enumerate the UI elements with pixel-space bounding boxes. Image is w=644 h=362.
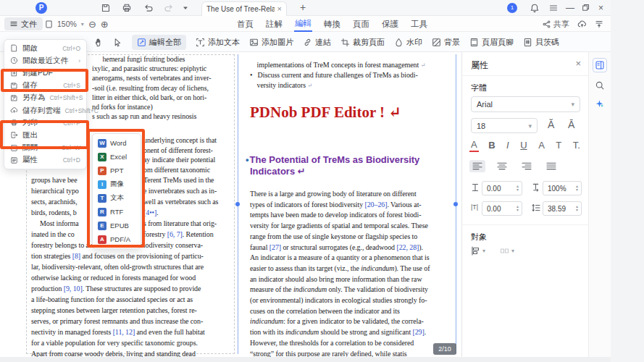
page-view-icon[interactable] bbox=[45, 20, 53, 28]
redo-icon[interactable] bbox=[164, 3, 174, 13]
file-menu-item-創建PDF[interactable]: 創建PDF bbox=[4, 67, 86, 79]
saveas-icon bbox=[10, 94, 18, 102]
export-format-PDF/A[interactable]: APDF/A bbox=[93, 232, 141, 246]
tab-home[interactable]: 首頁 bbox=[236, 17, 254, 31]
export-format-RTF[interactable]: RRTF bbox=[93, 205, 141, 219]
file-menu-item-儲存[interactable]: 儲存Ctrl+S bbox=[4, 80, 86, 92]
font-family-select[interactable]: Arial▾ bbox=[471, 96, 580, 112]
tab-protect[interactable]: 保護 bbox=[381, 17, 399, 31]
file-menu-item-儲存到雲端[interactable]: 儲存到雲端Ctrl+Shift+C bbox=[4, 104, 86, 117]
file-menu-item-列印[interactable]: 列印Ctrl+P bbox=[4, 117, 86, 129]
file-menu-item-屬性[interactable]: 屬性Ctrl+D bbox=[4, 154, 86, 167]
printer-icon bbox=[10, 119, 18, 127]
subscript-button[interactable]: T. bbox=[572, 139, 582, 151]
export-format-Excel[interactable]: XExcel bbox=[93, 150, 141, 164]
save-icon[interactable] bbox=[101, 3, 111, 13]
add-text-button[interactable]: 添加文本 bbox=[196, 37, 240, 48]
object-align-button[interactable]: ▾ bbox=[471, 246, 485, 256]
align-left-button[interactable] bbox=[469, 160, 485, 172]
main-menu-icon[interactable] bbox=[548, 3, 559, 13]
edit-all-button[interactable]: 編輯全部 bbox=[132, 35, 186, 50]
properties-panel-icon[interactable] bbox=[593, 58, 607, 72]
align-right-button[interactable] bbox=[519, 160, 535, 172]
italic-button[interactable]: I bbox=[505, 139, 511, 151]
account-badge[interactable]: 1 bbox=[507, 3, 517, 13]
line-spacing-input[interactable]: 38.59▴▾ bbox=[543, 201, 582, 216]
bates-number-button[interactable]: 貝茨碼 bbox=[523, 37, 559, 48]
tab-tools[interactable]: 工具 bbox=[410, 17, 428, 31]
underline-button[interactable]: U bbox=[519, 139, 528, 151]
header-footer-button[interactable]: 頁眉頁腳 bbox=[469, 37, 514, 48]
print-icon[interactable] bbox=[122, 3, 132, 13]
tab-page[interactable]: 頁面 bbox=[352, 17, 370, 31]
textbox-handle[interactable] bbox=[453, 202, 458, 206]
word-spacing-input[interactable]: 0.00▴▾ bbox=[482, 201, 522, 216]
file-menu-item-另存為[interactable]: 另存為Ctrl+Shift+S bbox=[4, 92, 86, 104]
export-format-圖像[interactable]: I圖像 bbox=[93, 177, 141, 191]
font-size-increase-button[interactable]: Ă bbox=[548, 119, 554, 130]
background-button[interactable]: 背景 bbox=[432, 37, 460, 48]
restore-window-button[interactable] bbox=[582, 4, 592, 14]
highlight-button[interactable]: A bbox=[537, 139, 546, 151]
document-text-line: stepping stones between larger retention… bbox=[31, 306, 197, 314]
tab-annotate[interactable]: 註解 bbox=[265, 17, 283, 31]
notification-bell-icon[interactable] bbox=[530, 3, 540, 13]
align-center-button[interactable] bbox=[494, 160, 510, 172]
close-window-button[interactable]: × bbox=[598, 2, 603, 14]
stepper-arrows[interactable]: ▴▾ bbox=[517, 185, 519, 192]
panel-close-icon[interactable]: × bbox=[575, 58, 581, 69]
bottom-edge bbox=[0, 357, 611, 362]
select-tool-icon[interactable] bbox=[113, 38, 122, 47]
divider bbox=[462, 224, 589, 225]
cloudup-icon bbox=[10, 106, 18, 114]
document-text-line: faunal [27] or structural surrogates (e.… bbox=[250, 243, 423, 251]
font-size-select[interactable]: 18▾ bbox=[471, 118, 538, 133]
tab-edit[interactable]: 編輯 bbox=[294, 17, 312, 32]
font-size-decrease-button[interactable]: Ā bbox=[568, 119, 574, 130]
export-format-文本[interactable]: T文本 bbox=[93, 191, 141, 205]
export-format-Word[interactable]: WWord bbox=[93, 136, 141, 150]
align-justify-button[interactable] bbox=[543, 160, 559, 172]
export-format-EPUB[interactable]: EEPUB bbox=[93, 219, 141, 232]
zoom-caret-icon[interactable]: ▾ bbox=[81, 21, 84, 28]
undo-icon[interactable] bbox=[143, 3, 154, 13]
search-panel-icon[interactable] bbox=[593, 78, 607, 93]
superscript-button[interactable]: T bbox=[554, 139, 563, 151]
document-text-line: versity for large gradients of spatial a… bbox=[250, 222, 428, 230]
bold-button[interactable]: B bbox=[487, 139, 496, 151]
object-distribute-button[interactable]: ▾ bbox=[500, 246, 514, 256]
font-color-button[interactable]: A bbox=[469, 139, 479, 152]
collapse-toolbar-icon[interactable] bbox=[595, 20, 603, 28]
hand-tool-icon[interactable] bbox=[94, 38, 104, 47]
section-heading-line2: Indicators ↵ bbox=[250, 166, 306, 177]
minimize-button[interactable]: — bbox=[566, 2, 574, 14]
file-menu-item-開啟最近文件[interactable]: 開啟最近文件› bbox=[4, 54, 86, 67]
zoom-in-icon[interactable]: ⊕ bbox=[101, 19, 109, 30]
file-menu-item-關閉[interactable]: 關閉Ctrl+W bbox=[4, 142, 86, 154]
zoom-level[interactable]: 150% bbox=[57, 20, 77, 28]
export-format-PPT[interactable]: PPPT bbox=[93, 164, 141, 177]
crop-page-button[interactable]: 裁剪頁面 bbox=[340, 37, 385, 48]
inserted-banner-text[interactable]: PDNob PDF Editor ! ↵ bbox=[250, 103, 401, 122]
new-tab-button[interactable]: + bbox=[300, 1, 306, 13]
stepper-arrows[interactable]: ▴▾ bbox=[576, 205, 578, 212]
watermark-button[interactable]: 水印 bbox=[394, 37, 422, 48]
zoom-out-icon[interactable]: ⊖ bbox=[88, 19, 96, 30]
stepper-arrows[interactable]: ▴▾ bbox=[576, 185, 578, 192]
history-caret-icon[interactable] bbox=[183, 5, 193, 15]
textbox-handle[interactable] bbox=[235, 202, 240, 206]
tab-convert[interactable]: 轉換 bbox=[323, 17, 341, 31]
stepper-arrows[interactable]: ▴▾ bbox=[517, 205, 519, 212]
file-menu-item-匯出[interactable]: 匯出 bbox=[4, 129, 86, 141]
ai-assistant-icon[interactable] bbox=[593, 97, 607, 111]
file-menu-button[interactable]: 文件 bbox=[4, 17, 43, 30]
share-button[interactable]: 共享 bbox=[543, 19, 569, 30]
tab-close-icon[interactable]: × bbox=[277, 5, 282, 13]
document-tab[interactable]: The Use of Tree-Relate... * × bbox=[201, 1, 287, 16]
cloud-sync-icon[interactable] bbox=[577, 20, 587, 29]
horizontal-scale-input[interactable]: 100%▴▾ bbox=[543, 181, 582, 195]
link-button[interactable]: 連結 bbox=[303, 37, 331, 48]
add-image-button[interactable]: 添加圖片 bbox=[249, 37, 293, 48]
file-menu-item-開啟[interactable]: 開啟Ctrl+O bbox=[4, 42, 86, 54]
char-spacing-input[interactable]: 0.00▴▾ bbox=[482, 181, 522, 195]
